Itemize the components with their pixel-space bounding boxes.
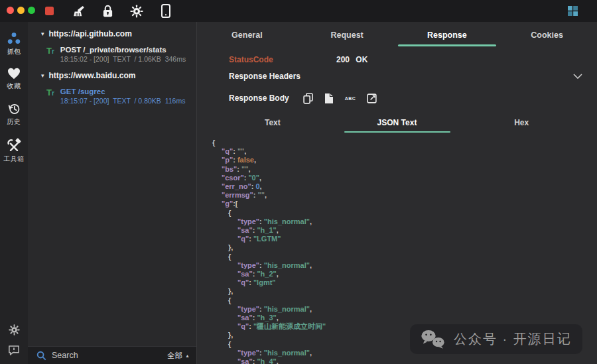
brush-icon	[72, 5, 86, 18]
request-row[interactable]: TrGET /sugrec18:15:07 - [200] TEXT / 0.8…	[28, 83, 196, 109]
json-line: {	[212, 296, 593, 305]
stop-icon	[45, 7, 54, 15]
sidebar-item-label: 历史	[7, 117, 21, 127]
expand-arrow-icon: ▾	[41, 73, 44, 79]
sidebar-item-favorites[interactable]: 收藏	[0, 68, 28, 91]
json-line: },	[212, 287, 593, 296]
request-group-header[interactable]: ▾https://api.github.com	[28, 26, 196, 41]
body-tab-text[interactable]: Text	[210, 112, 335, 133]
json-line: {	[212, 139, 593, 147]
tab-request[interactable]: Request	[297, 25, 397, 46]
json-line: "sa": "h_3",	[212, 314, 593, 322]
history-icon	[7, 102, 21, 115]
titlebar	[0, 0, 597, 22]
search-icon	[36, 351, 46, 361]
request-title: POST /_private/browser/stats	[60, 46, 186, 54]
json-line: "sa": "h_2",	[212, 270, 593, 278]
json-line: "type": "his_normal",	[212, 217, 593, 226]
json-line: "errmsg": "",	[212, 191, 593, 200]
filter-dropdown[interactable]: 全部 ▲	[167, 351, 190, 361]
tab-response[interactable]: Response	[397, 25, 498, 46]
status-code-value: 200 OK	[336, 55, 367, 64]
gear-icon	[9, 324, 20, 335]
main-content: 抓包收藏历史工具箱	[0, 22, 597, 364]
json-line: "err_no": 0,	[212, 182, 593, 191]
settings-button[interactable]	[127, 3, 146, 19]
json-line: "q": "",	[212, 147, 593, 156]
filter-label: 全部	[167, 351, 182, 361]
json-line: {	[212, 253, 593, 261]
tab-cookies[interactable]: Cookies	[497, 25, 597, 46]
sidebar-rail: 抓包收藏历史工具箱	[0, 22, 28, 364]
ssl-lock-button[interactable]	[98, 3, 117, 19]
search-input[interactable]	[52, 351, 162, 360]
close-button[interactable]	[7, 7, 14, 14]
status-row: StatusCode 200 OK	[229, 55, 597, 64]
heart-icon	[7, 68, 21, 80]
sidebar-item-label: 工具箱	[3, 154, 25, 164]
group-url: https://api.github.com	[49, 29, 132, 38]
sidebar-bottom	[8, 324, 20, 356]
body-format-tabs: TextJSON TextHex	[210, 112, 584, 133]
request-groups: ▾https://api.github.comTrPOST /_private/…	[28, 22, 196, 346]
json-line: "q": "LGTM"	[212, 235, 593, 243]
device-button[interactable]	[157, 3, 175, 19]
save-body-button[interactable]	[324, 93, 334, 104]
toolbox-icon	[7, 138, 21, 152]
window-layout-button[interactable]	[568, 6, 578, 16]
dropdown-up-icon: ▲	[185, 353, 190, 358]
body-tab-hex[interactable]: Hex	[459, 112, 584, 133]
copy-icon	[303, 93, 313, 104]
content-type-icon: Tr	[46, 88, 54, 97]
detail-tabs: GeneralRequestResponseCookies	[197, 25, 597, 46]
sidebar-item-label: 抓包	[7, 47, 21, 56]
body-tab-json-text[interactable]: JSON Text	[335, 112, 460, 133]
request-list-panel: ▾https://api.github.comTrPOST /_private/…	[28, 22, 197, 364]
tab-general[interactable]: General	[197, 25, 297, 46]
json-line: "sa": "h_1",	[212, 226, 593, 235]
clear-button[interactable]	[70, 3, 88, 19]
feedback-button[interactable]	[8, 345, 20, 356]
request-group-header[interactable]: ▾https://www.baidu.com	[28, 68, 196, 83]
request-meta: 18:15:07 - [200] TEXT / 0.80KB 116ms	[60, 97, 186, 105]
detail-panel: GeneralRequestResponseCookies StatusCode…	[197, 22, 597, 364]
response-body-row: Response Body ABC	[229, 93, 597, 104]
app-window: 抓包收藏历史工具箱	[0, 0, 597, 364]
open-in-editor-button[interactable]	[367, 93, 377, 103]
fullscreen-button[interactable]	[28, 7, 35, 14]
copy-body-button[interactable]	[303, 93, 313, 104]
json-line: "type": "his_normal",	[212, 305, 593, 314]
sidebar-item-toolbox[interactable]: 工具箱	[0, 138, 28, 164]
encoding-button[interactable]: ABC	[345, 96, 356, 101]
group-url: https://www.baidu.com	[49, 71, 136, 80]
document-icon	[324, 93, 334, 104]
sidebar-item-label: 收藏	[7, 82, 21, 91]
abc-icon: ABC	[345, 96, 356, 101]
minimize-button[interactable]	[17, 7, 25, 14]
sidebar-item-capture[interactable]: 抓包	[0, 32, 28, 56]
status-code-label: StatusCode	[229, 55, 336, 64]
response-headers-row[interactable]: Response Headers	[229, 72, 582, 81]
json-line: "type": "his_normal",	[212, 261, 593, 270]
json-line: "q": "lgmt"	[212, 278, 593, 287]
json-line: "sa": "h_4",	[212, 357, 593, 364]
sidebar-item-history[interactable]: 历史	[0, 102, 28, 127]
watermark: 公众号 · 开源日记	[410, 324, 582, 354]
app-settings-button[interactable]	[9, 324, 20, 335]
response-headers-label: Response Headers	[229, 72, 300, 81]
gear-icon	[130, 5, 143, 18]
stop-capture-button[interactable]	[40, 3, 58, 19]
lock-icon	[102, 5, 113, 18]
response-body-label: Response Body	[229, 93, 289, 103]
wechat-icon	[421, 329, 445, 349]
capture-icon	[7, 32, 21, 45]
json-line: "bs": "",	[212, 165, 593, 174]
json-line: "csor": "0",	[212, 174, 593, 182]
chevron-down-icon	[573, 74, 582, 79]
json-line: {	[212, 209, 593, 217]
request-row[interactable]: TrPOST /_private/browser/stats18:15:02 -…	[28, 41, 196, 68]
phone-icon	[161, 4, 170, 18]
watermark-text: 公众号 · 开源日记	[454, 330, 572, 348]
content-type-icon: Tr	[46, 46, 54, 55]
grid-icon	[568, 6, 578, 16]
